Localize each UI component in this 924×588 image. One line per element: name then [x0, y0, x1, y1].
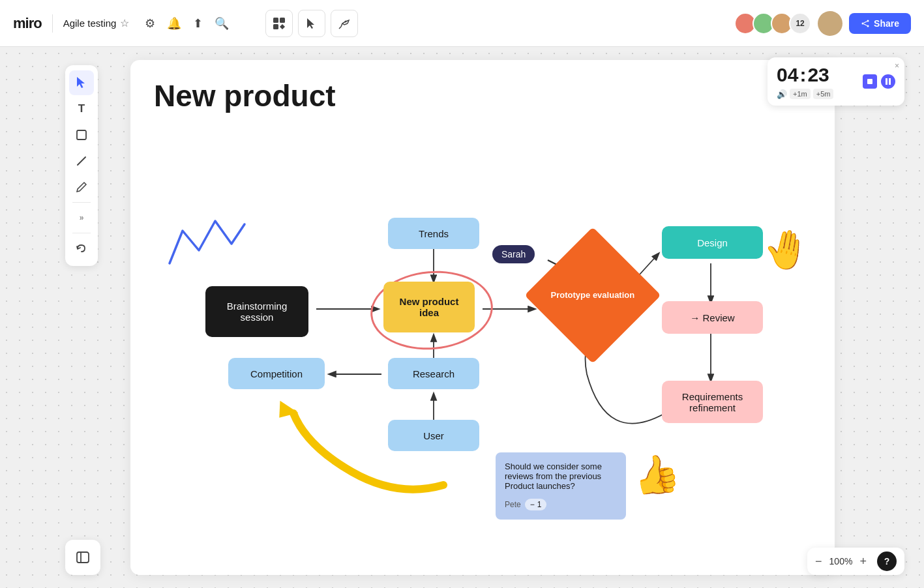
line-tool[interactable]: [69, 149, 94, 173]
zoom-in-button[interactable]: +: [859, 555, 867, 568]
bottom-left-toolbar: [65, 540, 100, 575]
topbar: miro Agile testing ☆ ⚙ 🔔 ⬆ 🔍 12 Share: [0, 0, 924, 47]
miro-logo: miro: [13, 15, 42, 32]
arrows-svg: [130, 120, 835, 563]
svg-point-6: [867, 25, 869, 27]
svg-rect-20: [886, 78, 887, 85]
wave-hand-sticker: 🤚: [760, 224, 814, 275]
timer-stop-button[interactable]: [863, 74, 877, 89]
zoom-percent[interactable]: 100%: [828, 556, 853, 566]
pen-tool[interactable]: [69, 175, 94, 199]
competition-node[interactable]: Competition: [228, 358, 325, 389]
svg-marker-19: [274, 396, 298, 420]
design-node[interactable]: Design: [662, 226, 763, 259]
toolbar-divider: [72, 202, 91, 203]
sarah-node[interactable]: Sarah: [492, 245, 535, 263]
svg-rect-2: [273, 24, 278, 29]
share-button[interactable]: Share: [849, 13, 911, 34]
svg-point-5: [862, 22, 864, 24]
star-icon[interactable]: ☆: [120, 17, 129, 29]
svg-line-23: [78, 157, 85, 165]
requirements-node[interactable]: Requirements refinement: [662, 381, 763, 423]
upload-icon[interactable]: ⬆: [193, 16, 203, 31]
settings-icon[interactable]: ⚙: [145, 16, 155, 31]
blue-crown-decoration: [163, 211, 248, 276]
prototype-evaluation-node[interactable]: Prototype evaluation: [544, 247, 641, 344]
avatar-group: 12: [734, 12, 811, 35]
timer-seconds: 23: [807, 64, 829, 86]
bell-icon[interactable]: 🔔: [167, 16, 181, 31]
pointer-btn[interactable]: [298, 10, 325, 37]
zoom-controls: − 100% + ?: [807, 548, 904, 575]
svg-line-8: [863, 23, 867, 25]
timer-add1m-button[interactable]: +1m: [790, 89, 811, 99]
zoom-out-button[interactable]: −: [815, 555, 822, 568]
more-tools-button[interactable]: »: [69, 205, 94, 230]
stop-icon: [867, 79, 872, 84]
timer-sound-icon[interactable]: 🔊: [777, 89, 787, 99]
text-tool[interactable]: T: [69, 96, 94, 121]
trends-node[interactable]: Trends: [388, 218, 479, 249]
timer-widget: × 04 : 23 🔊 +1m +5m: [768, 57, 904, 106]
toolbar-divider-2: [72, 233, 91, 233]
board-name[interactable]: Agile testing ☆: [63, 17, 130, 29]
help-button[interactable]: ?: [877, 551, 897, 571]
timer-pause-button[interactable]: [881, 74, 895, 89]
avatar-count[interactable]: 12: [789, 12, 811, 35]
current-user-avatar[interactable]: [818, 11, 842, 36]
svg-point-4: [867, 20, 869, 22]
svg-rect-21: [889, 78, 891, 85]
research-node[interactable]: Research: [388, 358, 479, 389]
note-card[interactable]: Should we consider some reviews from the…: [496, 452, 626, 520]
toolbar-center: [265, 10, 358, 37]
cursor-tool[interactable]: [69, 70, 94, 95]
note-author: Pete: [505, 500, 521, 509]
left-toolbar: T »: [65, 65, 98, 266]
yellow-arrow-svg: [235, 394, 483, 511]
timer-close-button[interactable]: ×: [895, 61, 899, 70]
flow-diagram: Brainstorming session Trends New product…: [130, 120, 835, 563]
svg-rect-22: [77, 130, 86, 140]
svg-rect-24: [77, 552, 89, 563]
topbar-icons: ⚙ 🔔 ⬆ 🔍: [145, 16, 229, 31]
new-product-idea-node[interactable]: New product idea: [383, 282, 475, 332]
board-title: New product: [154, 78, 811, 113]
board-container: New product: [130, 60, 835, 575]
sidebar-toggle-button[interactable]: [70, 545, 95, 570]
svg-rect-1: [280, 18, 285, 23]
note-text: Should we consider some reviews from the…: [505, 462, 617, 491]
svg-point-3: [345, 20, 347, 22]
timer-minutes: 04: [777, 64, 798, 86]
svg-line-7: [863, 21, 867, 22]
timer-colon: :: [799, 64, 806, 86]
timer-add5m-button[interactable]: +5m: [813, 89, 834, 99]
search-icon[interactable]: 🔍: [215, 16, 229, 31]
thumbs-up-sticker: 👍: [629, 448, 683, 500]
topbar-divider: [52, 14, 53, 33]
board-title-area: New product: [130, 60, 835, 113]
undo-tool[interactable]: [69, 236, 94, 261]
user-node[interactable]: User: [388, 420, 479, 451]
brainstorming-node[interactable]: Brainstorming session: [205, 286, 308, 337]
note-vote[interactable]: − 1: [525, 499, 547, 510]
widgets-btn[interactable]: [265, 10, 293, 37]
celebrate-btn[interactable]: [331, 10, 358, 37]
sticky-tool[interactable]: [69, 123, 94, 147]
svg-rect-0: [273, 18, 278, 23]
review-node[interactable]: → Review: [662, 301, 763, 334]
topbar-right: 12 Share: [734, 11, 911, 36]
